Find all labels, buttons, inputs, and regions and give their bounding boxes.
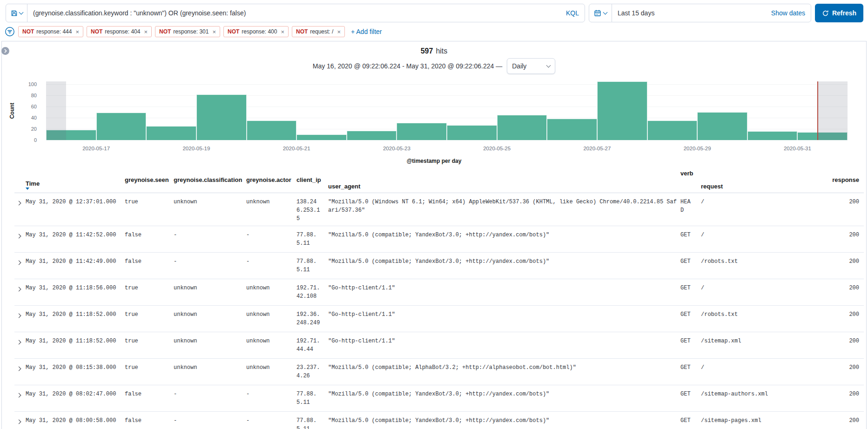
date-quick-select-button[interactable] [589,4,612,22]
histogram-bar[interactable] [547,119,597,140]
cell-actor: unknown [246,332,296,358]
refresh-button[interactable]: Refresh [815,4,863,22]
cell-client_ip: 77.88. 5.11 [296,226,328,252]
cell-response: 200 [814,193,861,226]
cell-classification: unknown [174,279,246,305]
histogram-bar[interactable] [146,126,196,140]
header-verb[interactable]: verb [680,164,701,193]
histogram-bar[interactable] [347,131,397,140]
cell-verb: GET [680,359,701,385]
cell-request: / [701,359,814,385]
histogram-bar[interactable] [247,121,297,140]
cell-classification: unknown [174,359,246,385]
header-greynoise-classification[interactable]: greynoise.classification [174,164,246,193]
query-input[interactable]: (greynoise.classification.keyword : "unk… [27,4,560,22]
x-tick-label: 2020-05-17 [82,146,110,151]
cell-verb: GET [680,332,701,358]
cell-verb: GET [680,385,701,411]
query-language-button[interactable]: KQL [560,4,585,22]
remove-filter-icon[interactable]: × [75,28,79,35]
add-filter-button[interactable]: + Add filter [351,28,382,35]
chevron-right-icon [17,234,21,239]
hits-unit: hits [436,47,447,55]
filter-pill[interactable]: NOTresponse: 444× [18,26,83,37]
header-time[interactable]: Time [26,164,125,193]
hits-count: 597 [421,47,433,55]
histogram-bar[interactable] [196,94,247,140]
histogram-bar[interactable] [697,112,747,140]
cell-actor: unknown [246,359,296,385]
histogram-bar[interactable] [96,113,147,140]
cell-seen: true [125,279,174,305]
expand-row-button[interactable] [14,193,26,226]
filter-pill[interactable]: NOTrequest: /× [292,26,345,37]
cell-user_agent: "Go-http-client/1.1" [328,279,680,305]
saved-query-menu-button[interactable] [6,4,27,22]
cell-classification: - [174,226,246,252]
filter-pill[interactable]: NOTresponse: 400× [223,26,289,37]
cell-seen: true [125,332,174,358]
remove-filter-icon[interactable]: × [337,28,341,35]
cell-response: 200 [814,385,861,411]
cell-response: 200 [814,332,861,358]
collapse-histogram-icon[interactable] [1,47,9,55]
expand-row-button[interactable] [14,412,26,429]
cell-time: May 31, 2020 @ 08:02:47.000 [26,385,125,411]
cell-seen: false [125,385,174,411]
show-dates-link[interactable]: Show dates [771,9,811,17]
expand-row-button[interactable] [14,359,26,385]
filter-set-menu-icon[interactable] [5,27,15,37]
interval-select[interactable]: Daily [507,58,555,74]
expand-row-button[interactable] [14,253,26,279]
expand-row-button[interactable] [14,385,26,411]
histogram-bar[interactable] [497,115,547,140]
cell-seen: true [125,193,174,226]
histogram-bar[interactable] [597,81,647,140]
header-greynoise-seen[interactable]: greynoise.seen [125,164,174,193]
cell-client_ip: 192.36. 248.249 [296,306,328,332]
header-request[interactable]: request [701,164,814,193]
header-user-agent[interactable]: user_agent [328,164,680,193]
time-range-value[interactable]: Last 15 days [612,9,771,17]
y-tick-label: 80 [31,93,37,98]
bars [46,81,848,140]
expand-row-button[interactable] [14,279,26,305]
table-row: May 31, 2020 @ 11:42:49.000false--77.88.… [14,253,864,279]
expand-row-button[interactable] [14,226,26,252]
cell-request: /sitemap-authors.xml [701,385,814,411]
histogram-bar[interactable] [397,123,447,140]
cell-seen: true [125,359,174,385]
interval-value: Daily [512,62,526,70]
x-tick-label: 2020-05-27 [583,146,611,151]
histogram-chart: Count 020406080100 [2,81,866,140]
histogram-bar[interactable] [447,125,497,140]
cell-actor: - [246,385,296,411]
y-tick-label: 60 [31,104,37,109]
remove-filter-icon[interactable]: × [212,28,216,35]
histogram-bar[interactable] [296,134,347,140]
remove-filter-icon[interactable]: × [144,28,148,35]
save-icon [11,10,18,17]
cell-response: 200 [814,412,861,429]
filter-negation: NOT [228,28,239,35]
expand-row-button[interactable] [14,332,26,358]
remove-filter-icon[interactable]: × [281,28,284,35]
cell-client_ip: 192.71. 44.44 [296,332,328,358]
histogram-bar[interactable] [747,131,798,140]
expand-row-button[interactable] [14,306,26,332]
header-client-ip[interactable]: client_ip [296,164,328,193]
cell-request: /robots.txt [701,306,814,332]
chevron-right-icon [17,420,21,424]
filter-pill[interactable]: NOTresponse: 404× [87,26,152,37]
cell-classification: - [174,253,246,279]
cell-time: May 31, 2020 @ 11:42:49.000 [26,253,125,279]
cell-classification: - [174,412,246,429]
date-picker: Last 15 days Show dates [589,4,811,22]
filter-pill[interactable]: NOTresponse: 301× [155,26,220,37]
cell-verb: GET [680,412,701,429]
histogram-bar[interactable] [647,121,698,140]
y-tick-label: 100 [28,81,37,87]
y-axis-title: Count [9,103,15,119]
header-response[interactable]: response [814,164,861,193]
header-greynoise-actor[interactable]: greynoise.actor [246,164,296,193]
